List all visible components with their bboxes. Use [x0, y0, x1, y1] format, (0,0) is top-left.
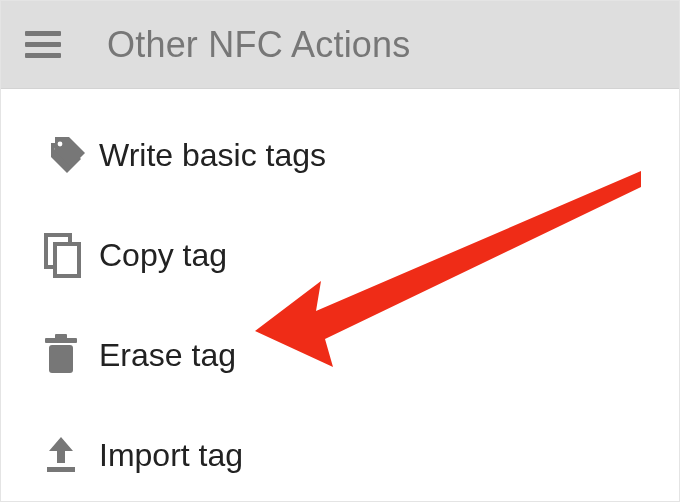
svg-rect-7	[49, 345, 73, 373]
svg-marker-10	[49, 437, 73, 463]
svg-rect-2	[25, 53, 61, 58]
app-window: Other NFC Actions Write basic tags	[0, 0, 680, 502]
actions-list: Write basic tags Copy tag	[1, 89, 679, 502]
list-item-label: Write basic tags	[99, 137, 326, 174]
hamburger-icon	[25, 31, 61, 59]
list-item-write-basic-tags[interactable]: Write basic tags	[1, 105, 679, 205]
import-icon	[43, 435, 99, 475]
list-item-label: Erase tag	[99, 337, 236, 374]
svg-rect-6	[55, 244, 79, 276]
svg-rect-0	[25, 31, 61, 36]
svg-rect-11	[47, 467, 75, 472]
app-bar: Other NFC Actions	[1, 1, 679, 89]
list-item-label: Copy tag	[99, 237, 227, 274]
copy-icon	[43, 232, 99, 278]
page-title: Other NFC Actions	[107, 24, 411, 66]
svg-point-4	[58, 142, 63, 147]
tags-icon	[43, 133, 99, 177]
trash-icon	[43, 333, 99, 377]
list-item-erase-tag[interactable]: Erase tag	[1, 305, 679, 405]
list-item-label: Import tag	[99, 437, 243, 474]
svg-rect-1	[25, 42, 61, 47]
list-item-copy-tag[interactable]: Copy tag	[1, 205, 679, 305]
list-item-import-tag[interactable]: Import tag	[1, 405, 679, 502]
svg-rect-9	[55, 334, 67, 339]
hamburger-menu-button[interactable]	[23, 25, 63, 65]
